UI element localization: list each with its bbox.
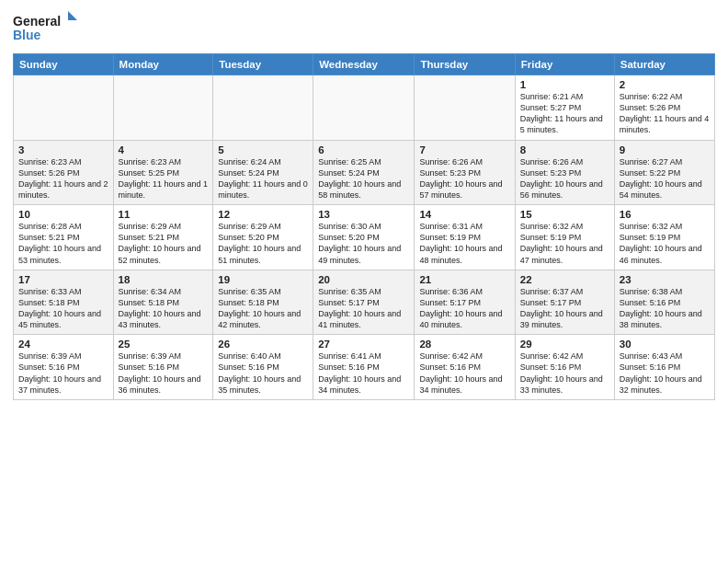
- calendar-day-13: 13Sunrise: 6:30 AM Sunset: 5:20 PM Dayli…: [313, 205, 415, 270]
- day-number: 9: [620, 144, 710, 155]
- day-info: Sunrise: 6:39 AM Sunset: 5:16 PM Dayligh…: [119, 350, 209, 396]
- calendar-day-8: 8Sunrise: 6:26 AM Sunset: 5:23 PM Daylig…: [515, 140, 614, 205]
- logo: General Blue: [13, 9, 77, 46]
- day-info: Sunrise: 6:23 AM Sunset: 5:25 PM Dayligh…: [119, 156, 209, 201]
- weekday-header-row: SundayMondayTuesdayWednesdayThursdayFrid…: [14, 54, 715, 75]
- page: General Blue SundayMondayTuesdayWednesda…: [0, 0, 728, 563]
- day-info: Sunrise: 6:29 AM Sunset: 5:20 PM Dayligh…: [218, 221, 308, 266]
- weekday-header-monday: Monday: [113, 54, 213, 75]
- calendar-day-11: 11Sunrise: 6:29 AM Sunset: 5:21 PM Dayli…: [113, 205, 213, 270]
- day-number: 10: [18, 209, 108, 220]
- weekday-header-thursday: Thursday: [415, 54, 515, 75]
- day-info: Sunrise: 6:21 AM Sunset: 5:27 PM Dayligh…: [520, 91, 609, 136]
- calendar-week-row: 24Sunrise: 6:39 AM Sunset: 5:16 PM Dayli…: [14, 335, 715, 400]
- weekday-header-sunday: Sunday: [14, 54, 114, 75]
- day-info: Sunrise: 6:34 AM Sunset: 5:18 PM Dayligh…: [119, 286, 209, 331]
- day-number: 30: [620, 339, 710, 350]
- day-info: Sunrise: 6:42 AM Sunset: 5:16 PM Dayligh…: [419, 350, 509, 396]
- calendar-week-row: 3Sunrise: 6:23 AM Sunset: 5:26 PM Daylig…: [14, 140, 715, 205]
- calendar-day-22: 22Sunrise: 6:37 AM Sunset: 5:17 PM Dayli…: [515, 270, 614, 335]
- calendar-day-25: 25Sunrise: 6:39 AM Sunset: 5:16 PM Dayli…: [113, 335, 213, 400]
- calendar-day-9: 9Sunrise: 6:27 AM Sunset: 5:22 PM Daylig…: [614, 140, 714, 205]
- calendar-week-row: 1Sunrise: 6:21 AM Sunset: 5:27 PM Daylig…: [14, 75, 715, 141]
- day-number: 18: [119, 274, 209, 285]
- calendar-day-14: 14Sunrise: 6:31 AM Sunset: 5:19 PM Dayli…: [415, 205, 515, 270]
- day-number: 28: [419, 339, 509, 350]
- day-number: 29: [520, 339, 609, 350]
- day-info: Sunrise: 6:36 AM Sunset: 5:17 PM Dayligh…: [419, 286, 509, 331]
- calendar-day-empty: [313, 75, 415, 141]
- calendar-day-19: 19Sunrise: 6:35 AM Sunset: 5:18 PM Dayli…: [213, 270, 313, 335]
- day-number: 4: [119, 144, 209, 155]
- day-info: Sunrise: 6:40 AM Sunset: 5:16 PM Dayligh…: [218, 350, 308, 396]
- day-info: Sunrise: 6:26 AM Sunset: 5:23 PM Dayligh…: [520, 156, 609, 201]
- calendar-day-6: 6Sunrise: 6:25 AM Sunset: 5:24 PM Daylig…: [313, 140, 415, 205]
- svg-text:Blue: Blue: [13, 28, 41, 42]
- day-info: Sunrise: 6:35 AM Sunset: 5:18 PM Dayligh…: [218, 286, 308, 331]
- day-info: Sunrise: 6:43 AM Sunset: 5:16 PM Dayligh…: [620, 350, 710, 396]
- day-number: 5: [218, 144, 308, 155]
- day-info: Sunrise: 6:27 AM Sunset: 5:22 PM Dayligh…: [620, 156, 710, 201]
- calendar-day-18: 18Sunrise: 6:34 AM Sunset: 5:18 PM Dayli…: [113, 270, 213, 335]
- calendar-day-empty: [14, 75, 114, 141]
- calendar-day-30: 30Sunrise: 6:43 AM Sunset: 5:16 PM Dayli…: [614, 335, 714, 400]
- svg-marker-2: [68, 11, 77, 20]
- calendar-day-1: 1Sunrise: 6:21 AM Sunset: 5:27 PM Daylig…: [515, 75, 614, 141]
- day-info: Sunrise: 6:24 AM Sunset: 5:24 PM Dayligh…: [218, 156, 308, 201]
- calendar-day-15: 15Sunrise: 6:32 AM Sunset: 5:19 PM Dayli…: [515, 205, 614, 270]
- day-number: 24: [18, 339, 108, 350]
- day-number: 11: [119, 209, 209, 220]
- day-info: Sunrise: 6:31 AM Sunset: 5:19 PM Dayligh…: [419, 221, 509, 266]
- day-info: Sunrise: 6:28 AM Sunset: 5:21 PM Dayligh…: [18, 221, 108, 266]
- header: General Blue: [13, 9, 715, 46]
- calendar-day-5: 5Sunrise: 6:24 AM Sunset: 5:24 PM Daylig…: [213, 140, 313, 205]
- calendar-day-20: 20Sunrise: 6:35 AM Sunset: 5:17 PM Dayli…: [313, 270, 415, 335]
- day-info: Sunrise: 6:38 AM Sunset: 5:16 PM Dayligh…: [620, 286, 710, 331]
- calendar-day-2: 2Sunrise: 6:22 AM Sunset: 5:26 PM Daylig…: [614, 75, 714, 141]
- calendar-day-empty: [415, 75, 515, 141]
- day-info: Sunrise: 6:41 AM Sunset: 5:16 PM Dayligh…: [318, 350, 409, 396]
- day-number: 7: [419, 144, 509, 155]
- day-number: 23: [620, 274, 710, 285]
- day-number: 12: [218, 209, 308, 220]
- calendar-day-24: 24Sunrise: 6:39 AM Sunset: 5:16 PM Dayli…: [14, 335, 114, 400]
- day-info: Sunrise: 6:22 AM Sunset: 5:26 PM Dayligh…: [620, 91, 710, 136]
- day-number: 6: [318, 144, 409, 155]
- day-info: Sunrise: 6:39 AM Sunset: 5:16 PM Dayligh…: [18, 350, 108, 396]
- logo-icon: General Blue: [13, 9, 77, 46]
- day-info: Sunrise: 6:29 AM Sunset: 5:21 PM Dayligh…: [119, 221, 209, 266]
- day-info: Sunrise: 6:35 AM Sunset: 5:17 PM Dayligh…: [318, 286, 409, 331]
- day-number: 20: [318, 274, 409, 285]
- calendar-day-16: 16Sunrise: 6:32 AM Sunset: 5:19 PM Dayli…: [614, 205, 714, 270]
- day-info: Sunrise: 6:25 AM Sunset: 5:24 PM Dayligh…: [318, 156, 409, 201]
- day-info: Sunrise: 6:30 AM Sunset: 5:20 PM Dayligh…: [318, 221, 409, 266]
- day-info: Sunrise: 6:37 AM Sunset: 5:17 PM Dayligh…: [520, 286, 609, 331]
- day-number: 19: [218, 274, 308, 285]
- calendar-day-23: 23Sunrise: 6:38 AM Sunset: 5:16 PM Dayli…: [614, 270, 714, 335]
- weekday-header-tuesday: Tuesday: [213, 54, 313, 75]
- day-info: Sunrise: 6:33 AM Sunset: 5:18 PM Dayligh…: [18, 286, 108, 331]
- calendar-day-4: 4Sunrise: 6:23 AM Sunset: 5:25 PM Daylig…: [113, 140, 213, 205]
- day-number: 2: [620, 79, 710, 90]
- day-number: 1: [520, 79, 609, 90]
- calendar-day-7: 7Sunrise: 6:26 AM Sunset: 5:23 PM Daylig…: [415, 140, 515, 205]
- day-info: Sunrise: 6:23 AM Sunset: 5:26 PM Dayligh…: [18, 156, 108, 201]
- day-number: 17: [18, 274, 108, 285]
- calendar-day-17: 17Sunrise: 6:33 AM Sunset: 5:18 PM Dayli…: [14, 270, 114, 335]
- calendar-day-27: 27Sunrise: 6:41 AM Sunset: 5:16 PM Dayli…: [313, 335, 415, 400]
- calendar-day-3: 3Sunrise: 6:23 AM Sunset: 5:26 PM Daylig…: [14, 140, 114, 205]
- weekday-header-wednesday: Wednesday: [313, 54, 415, 75]
- day-number: 22: [520, 274, 609, 285]
- day-number: 16: [620, 209, 710, 220]
- calendar-day-10: 10Sunrise: 6:28 AM Sunset: 5:21 PM Dayli…: [14, 205, 114, 270]
- calendar-day-empty: [213, 75, 313, 141]
- calendar: SundayMondayTuesdayWednesdayThursdayFrid…: [13, 53, 715, 400]
- calendar-week-row: 17Sunrise: 6:33 AM Sunset: 5:18 PM Dayli…: [14, 270, 715, 335]
- day-number: 14: [419, 209, 509, 220]
- day-info: Sunrise: 6:42 AM Sunset: 5:16 PM Dayligh…: [520, 350, 609, 396]
- calendar-day-12: 12Sunrise: 6:29 AM Sunset: 5:20 PM Dayli…: [213, 205, 313, 270]
- calendar-day-26: 26Sunrise: 6:40 AM Sunset: 5:16 PM Dayli…: [213, 335, 313, 400]
- day-number: 25: [119, 339, 209, 350]
- calendar-day-28: 28Sunrise: 6:42 AM Sunset: 5:16 PM Dayli…: [415, 335, 515, 400]
- day-info: Sunrise: 6:32 AM Sunset: 5:19 PM Dayligh…: [520, 221, 609, 266]
